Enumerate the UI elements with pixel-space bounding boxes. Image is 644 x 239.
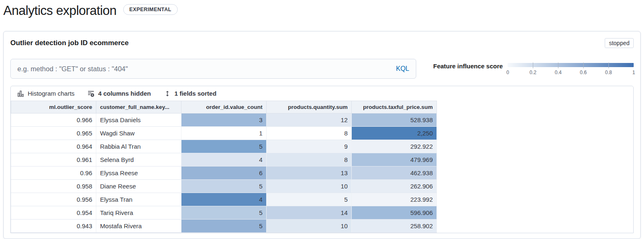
page-title: Analytics exploration — [3, 2, 117, 19]
legend-tick-label: 0 — [506, 70, 509, 75]
grid-cell[interactable]: 0.958 — [11, 180, 96, 193]
grid-cell[interactable]: 14 — [267, 206, 352, 220]
query-bar: KQL — [10, 59, 416, 79]
feature-influence-legend: Feature influence score 00.20.40.60.81 — [433, 59, 634, 77]
grid-cell[interactable]: 8 — [267, 127, 352, 140]
grid-cell[interactable]: 0.965 — [11, 127, 96, 140]
grid-toolbar: Histogram charts 4 columns hidden 1 fiel… — [11, 86, 633, 101]
histogram-charts-button[interactable]: Histogram charts — [17, 90, 74, 97]
grid-cell[interactable]: Wagdi Shaw — [96, 127, 181, 140]
grid-cell[interactable]: 0.961 — [11, 153, 96, 167]
grid-cell[interactable]: 5 — [181, 140, 267, 153]
legend-tick-label: 0.8 — [605, 70, 612, 75]
legend-tick-line — [583, 63, 584, 68]
grid-cell[interactable]: Elyssa Reese — [96, 167, 181, 180]
fields-sorted-label: 1 fields sorted — [174, 90, 217, 97]
grid-cell[interactable]: 223.992 — [352, 193, 437, 206]
table-row: 0.954Tariq Rivera514596.906 — [11, 206, 437, 220]
page-header: Analytics exploration EXPERIMENTAL — [0, 0, 644, 20]
table-row: 0.966Elyssa Daniels312528.938 — [11, 113, 437, 127]
grid-cell[interactable]: 0.96 — [11, 167, 96, 180]
legend-title: Feature influence score — [433, 62, 503, 77]
grid-cell[interactable]: 528.938 — [352, 113, 437, 127]
grid-cell[interactable]: 0.943 — [11, 220, 96, 233]
grid-cell[interactable]: 5 — [181, 206, 267, 220]
results-table: ml.outlier_scorecustomer_full_name.key..… — [11, 101, 437, 233]
grid-cell[interactable]: Elyssa Daniels — [96, 113, 181, 127]
table-row: 0.961Selena Byrd48479.969 — [11, 153, 437, 167]
kql-language-button[interactable]: KQL — [396, 65, 409, 72]
grid-cell[interactable]: Tariq Rivera — [96, 206, 181, 220]
status-badge: stopped — [605, 38, 634, 48]
grid-cell[interactable]: Elyssa Tran — [96, 193, 181, 206]
table-row: 0.964Rabbia Al Tran59292.922 — [11, 140, 437, 153]
grid-cell[interactable]: 2,250 — [352, 127, 437, 140]
results-grid: Histogram charts 4 columns hidden 1 fiel… — [10, 86, 634, 233]
column-header[interactable]: customer_full_name.key... — [96, 101, 181, 113]
table-row: 0.965Wagdi Shaw182,250 — [11, 127, 437, 140]
fields-sorted-button[interactable]: 1 fields sorted — [164, 90, 217, 97]
grid-cell[interactable]: 13 — [267, 167, 352, 180]
legend-tick-line — [608, 63, 609, 68]
grid-cell[interactable]: 10 — [267, 220, 352, 233]
grid-cell[interactable]: 0.964 — [11, 140, 96, 153]
column-header[interactable]: products.quantity.sum — [267, 101, 352, 113]
grid-cell[interactable]: 3 — [181, 113, 267, 127]
grid-cell[interactable]: Diane Reese — [96, 180, 181, 193]
legend-tick-label: 0.4 — [555, 70, 562, 75]
grid-cell[interactable]: 12 — [267, 113, 352, 127]
grid-cell[interactable]: 479.969 — [352, 153, 437, 167]
sort-icon — [164, 90, 171, 97]
column-header[interactable]: products.taxful_price.sum — [352, 101, 437, 113]
search-input[interactable] — [11, 59, 416, 78]
legend-scale: 00.20.40.60.81 — [508, 63, 634, 77]
grid-cell[interactable]: 1 — [181, 127, 267, 140]
grid-cell[interactable]: 9 — [267, 140, 352, 153]
grid-cell[interactable]: 5 — [267, 193, 352, 206]
histogram-icon — [17, 90, 24, 97]
legend-gradient-bar — [508, 63, 634, 67]
panel-header: Outlier detection job ID ecommerce stopp… — [10, 38, 634, 48]
column-header[interactable]: ml.outlier_score — [11, 101, 96, 113]
grid-cell[interactable]: Rabbia Al Tran — [96, 140, 181, 153]
table-row: 0.96Elyssa Reese613462.938 — [11, 167, 437, 180]
histogram-charts-label: Histogram charts — [28, 90, 74, 97]
legend-tick-label: 1 — [632, 70, 635, 75]
grid-cell[interactable]: 262.906 — [352, 180, 437, 193]
grid-cell[interactable]: 258.902 — [352, 220, 437, 233]
grid-cell[interactable]: Selena Byrd — [96, 153, 181, 167]
grid-cell[interactable]: 0.954 — [11, 206, 96, 220]
table-row: 0.943Mostafa Rivera510258.902 — [11, 220, 437, 233]
columns-hidden-button[interactable]: 4 columns hidden — [88, 90, 151, 97]
legend-tick-line — [558, 63, 558, 68]
grid-cell[interactable]: 0.956 — [11, 193, 96, 206]
grid-cell[interactable]: 5 — [181, 220, 267, 233]
grid-cell[interactable]: 8 — [267, 153, 352, 167]
legend-tick-line — [533, 63, 533, 68]
legend-tick-label: 0.6 — [580, 70, 587, 75]
grid-cell[interactable]: 4 — [181, 153, 267, 167]
search-row: KQL Feature influence score 00.20.40.60.… — [10, 59, 634, 79]
grid-cell[interactable]: 462.938 — [352, 167, 437, 180]
table-row: 0.956Elyssa Tran45223.992 — [11, 193, 437, 206]
grid-cell[interactable]: 10 — [267, 180, 352, 193]
table-row: 0.958Diane Reese510262.906 — [11, 180, 437, 193]
legend-tick-label: 0.2 — [530, 70, 537, 75]
job-title: Outlier detection job ID ecommerce — [10, 39, 129, 47]
grid-cell[interactable]: 5 — [181, 180, 267, 193]
grid-cell[interactable]: 0.966 — [11, 113, 96, 127]
grid-cell[interactable]: 596.906 — [352, 206, 437, 220]
grid-cell[interactable]: Mostafa Rivera — [96, 220, 181, 233]
column-header[interactable]: order_id.value_count — [181, 101, 267, 113]
columns-icon — [88, 90, 94, 97]
grid-cell[interactable]: 6 — [181, 167, 267, 180]
analytics-panel: Outlier detection job ID ecommerce stopp… — [3, 31, 641, 239]
grid-cell[interactable]: 4 — [181, 193, 267, 206]
grid-cell[interactable]: 292.922 — [352, 140, 437, 153]
columns-hidden-label: 4 columns hidden — [98, 90, 151, 97]
header-row: ml.outlier_scorecustomer_full_name.key..… — [11, 101, 437, 113]
experimental-badge: EXPERIMENTAL — [123, 4, 178, 15]
